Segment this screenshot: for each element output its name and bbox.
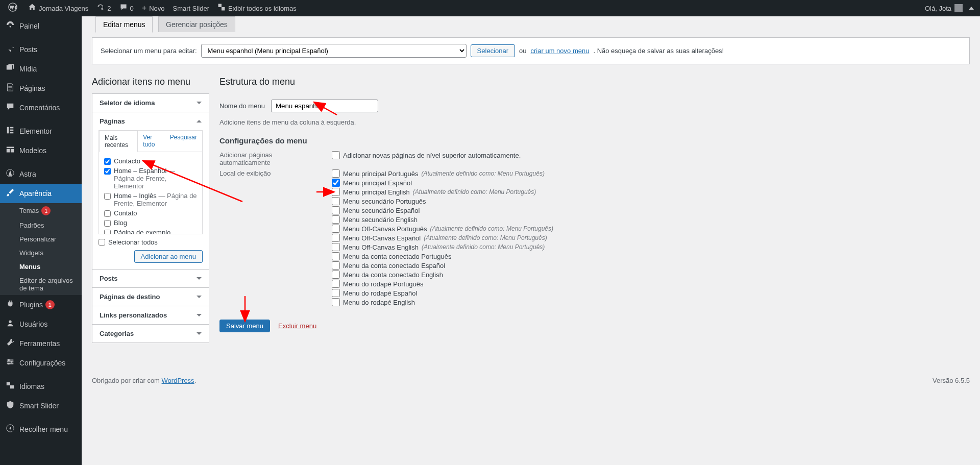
accordion-header-paginas[interactable]: Páginas [92,112,209,130]
location-checkbox[interactable] [332,225,340,233]
sidebar-item-configuracoes[interactable]: Configurações [0,353,82,373]
save-menu-button[interactable]: Salvar menu [219,320,270,332]
accordion-header-custom-links[interactable]: Links personalizados [92,306,209,324]
page-checkbox[interactable] [104,168,111,175]
add-to-menu-button[interactable]: Adicionar ao menu [134,250,203,263]
page-item[interactable]: Home – Inglês — Página de Frente, Elemen… [104,192,197,207]
page-checkbox[interactable] [104,220,111,227]
location-checkbox[interactable] [332,179,340,187]
chevron-down-icon [197,277,202,280]
location-checkbox[interactable] [332,280,340,288]
location-checkbox[interactable] [332,289,340,297]
svg-rect-4 [10,130,13,131]
sidebar-item-idiomas[interactable]: Idiomas [0,377,82,393]
auto-add-text: Adicionar novas páginas de nível superio… [343,152,521,159]
location-checkbox[interactable] [332,234,340,242]
settings-icon [5,357,15,369]
sidebar-item-comentarios[interactable]: Comentários [0,98,82,117]
submenu-temas[interactable]: Temas1 [0,203,82,218]
new-content-link[interactable]: +Novo [138,0,169,16]
accordion-header-posts[interactable]: Posts [92,270,209,287]
accordion-header-categorias[interactable]: Categorias [92,325,209,342]
sidebar-item-elementor[interactable]: Elementor [0,121,82,141]
menu-select[interactable]: Menu espanhol (Menu principal Español) [201,44,467,58]
sidebar-item-modelos[interactable]: Modelos [0,141,82,160]
location-checkbox[interactable] [332,298,340,306]
location-checkbox[interactable] [332,261,340,270]
help-text: Adicione itens de menu da coluna à esque… [219,118,970,126]
plugin-icon [5,299,15,310]
select-button[interactable]: Selecionar [471,44,515,57]
my-account-link[interactable]: Olá, Jota [921,0,967,16]
tab-edit-menus[interactable]: Editar menus [95,16,153,33]
menu-name-input[interactable] [271,100,378,112]
location-label: Menu do rodapé Português [343,280,424,288]
location-checkbox[interactable] [332,243,340,251]
comments-link[interactable]: 0 [115,0,138,16]
select-menu-label: Selecionar um menu para editar: [101,47,197,55]
location-item: Menu do rodapé Português [332,280,970,288]
footer-wordpress-link[interactable]: WordPress [162,377,194,384]
update-icon [96,3,105,13]
page-item[interactable]: Contato [104,209,197,217]
display-location-label: Local de exibição [219,169,322,177]
delete-menu-link[interactable]: Excluir menu [278,322,316,330]
admin-sidebar: Painel Posts Mídia Páginas Comentários E… [0,16,82,393]
sidebar-item-ferramentas[interactable]: Ferramentas [0,334,82,353]
location-label: Menu do rodapé Español [343,289,417,297]
location-item: Menu da conta conectado Español [332,261,970,270]
tab-recent[interactable]: Mais recentes [99,131,138,152]
page-item[interactable]: Blog [104,219,197,227]
comments-count: 0 [130,5,134,12]
location-note: (Atualmente definido como: Menu Portuguê… [422,243,545,251]
astra-icon [5,168,15,180]
submenu-widgets[interactable]: Widgets [0,246,82,260]
location-checkbox[interactable] [332,252,340,260]
auto-add-checkbox[interactable] [332,151,340,159]
sidebar-item-midia[interactable]: Mídia [0,59,82,79]
tab-search[interactable]: Pesquisar [165,131,202,152]
location-checkbox[interactable] [332,271,340,279]
page-item[interactable]: Home – Espanhol — Página de Frente, Elem… [104,167,197,190]
svg-point-11 [8,359,10,361]
submenu-menus[interactable]: Menus [0,260,82,274]
sidebar-item-posts[interactable]: Posts [0,40,82,59]
sidebar-item-astra[interactable]: Astra [0,164,82,184]
location-checkbox[interactable] [332,215,340,224]
location-label: Menu do rodapé English [343,299,415,306]
sidebar-item-painel[interactable]: Painel [0,16,82,36]
page-checkbox[interactable] [104,210,111,217]
show-all-languages-link[interactable]: Exibir todos os idiomas [213,0,301,16]
admin-bar: Jornada Viagens 2 0 +Novo Smart Slider E… [0,0,980,16]
sidebar-item-paginas[interactable]: Páginas [0,79,82,98]
location-checkbox[interactable] [332,206,340,214]
create-new-menu-link[interactable]: criar um novo menu [531,47,590,55]
page-item[interactable]: Página de exemplo [104,229,197,234]
page-checkbox[interactable] [104,158,111,165]
wp-logo[interactable] [4,0,24,16]
accordion-landing: Páginas de destino [92,287,209,306]
location-checkbox[interactable] [332,197,340,205]
updates-link[interactable]: 2 [92,0,115,16]
submenu-personalizar[interactable]: Personalizar [0,232,82,246]
submenu-padroes[interactable]: Padrões [0,218,82,232]
accordion-header-landing[interactable]: Páginas de destino [92,288,209,306]
sidebar-item-usuarios[interactable]: Usuários [0,314,82,334]
sidebar-item-plugins[interactable]: Plugins1 [0,295,82,314]
location-checkbox[interactable] [332,169,340,178]
smart-slider-link[interactable]: Smart Slider [169,0,214,16]
tab-view-all[interactable]: Ver tudo [138,131,164,152]
page-checkbox[interactable] [104,193,111,200]
collapse-adminbar[interactable] [967,0,976,16]
temas-badge: 1 [41,206,51,215]
page-checkbox[interactable] [104,230,111,234]
location-checkbox[interactable] [332,188,340,196]
select-all-checkbox[interactable] [99,239,105,246]
page-item[interactable]: Contacto [104,157,197,165]
site-name-link[interactable]: Jornada Viagens [24,0,92,16]
pin-icon [5,44,15,55]
submenu-editor-arquivos[interactable]: Editor de arquivos de tema [0,274,82,295]
tab-manage-locations[interactable]: Gerenciar posições [158,16,235,32]
sidebar-item-aparencia[interactable]: Aparência [0,184,82,203]
accordion-header-seletor-idioma[interactable]: Seletor de idioma [92,94,209,112]
